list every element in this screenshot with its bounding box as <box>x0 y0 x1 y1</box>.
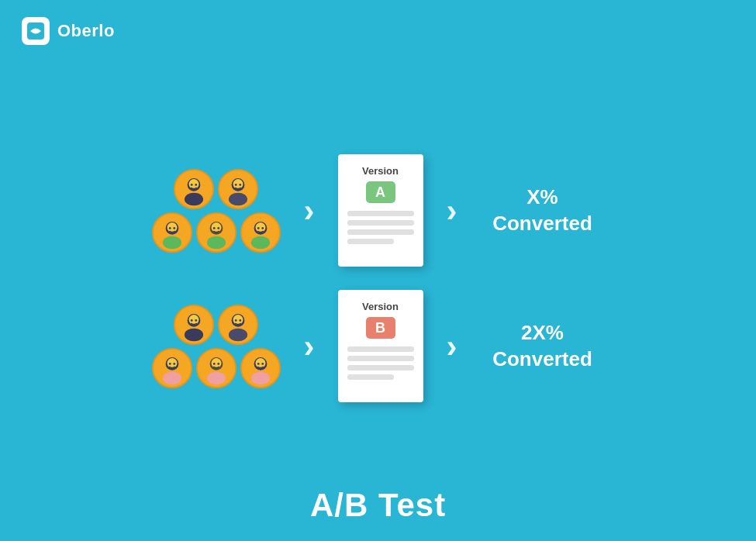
svg-point-54 <box>217 363 219 365</box>
svg-point-35 <box>191 319 193 322</box>
doc-line <box>347 211 414 216</box>
doc-line <box>347 365 414 370</box>
doc-line <box>347 346 414 352</box>
result-b-line2: Converted <box>492 347 592 370</box>
version-badge-a: A <box>366 181 395 203</box>
person-group-a <box>152 169 281 253</box>
result-a-line1: X% <box>526 185 558 208</box>
result-a-line2: Converted <box>492 212 592 235</box>
svg-point-60 <box>261 363 264 365</box>
doc-line <box>347 220 414 226</box>
doc-lines-b <box>347 346 414 380</box>
svg-point-58 <box>255 358 265 368</box>
diagram: › Version A › X% Converted <box>0 78 756 479</box>
svg-point-47 <box>168 363 171 365</box>
svg-point-5 <box>191 184 193 186</box>
row-a: › Version A › X% Converted <box>0 154 756 267</box>
avatar-b5 <box>240 348 281 388</box>
group-row-bottom-a <box>152 212 281 253</box>
result-a: X% Converted <box>481 184 605 237</box>
logo-icon <box>22 17 50 45</box>
arrow-4: › <box>447 330 457 363</box>
svg-point-4 <box>189 179 199 189</box>
avatar-b2 <box>218 305 258 345</box>
bottom-title: A/B Test <box>0 487 756 524</box>
svg-point-59 <box>257 363 259 365</box>
svg-point-23 <box>212 227 215 229</box>
avatar-3 <box>152 212 192 253</box>
svg-point-29 <box>257 227 259 229</box>
svg-point-30 <box>261 227 264 229</box>
svg-point-12 <box>239 184 241 186</box>
doc-line <box>347 229 414 235</box>
avatar-5 <box>240 212 281 253</box>
avatar-1 <box>174 169 214 209</box>
svg-point-6 <box>195 184 197 186</box>
svg-point-40 <box>233 315 243 325</box>
svg-point-15 <box>162 236 181 249</box>
logo-text: Oberlo <box>57 21 115 41</box>
svg-point-22 <box>211 222 221 233</box>
version-badge-b: B <box>366 317 395 339</box>
svg-point-16 <box>167 222 177 233</box>
avatar-b3 <box>152 348 192 388</box>
svg-point-18 <box>173 227 175 229</box>
svg-point-52 <box>211 358 221 368</box>
avatar-b1 <box>174 305 214 345</box>
group-row-top-a <box>174 169 258 209</box>
result-b-line1: 2X% <box>521 321 564 344</box>
svg-point-42 <box>239 319 241 322</box>
svg-point-51 <box>206 371 225 384</box>
svg-point-17 <box>168 227 171 229</box>
svg-point-46 <box>167 358 177 368</box>
svg-point-57 <box>250 371 269 384</box>
doc-line-short <box>347 239 394 244</box>
person-group-b <box>152 305 281 388</box>
svg-point-24 <box>217 227 219 229</box>
row-b: › Version B › 2X% Converted <box>0 290 756 402</box>
svg-point-41 <box>235 319 237 322</box>
svg-point-36 <box>195 319 197 322</box>
doc-line <box>347 356 414 361</box>
avatar-4 <box>196 212 236 253</box>
svg-point-10 <box>233 179 243 189</box>
doc-card-b: Version B <box>338 290 423 402</box>
svg-point-27 <box>250 236 269 249</box>
svg-point-3 <box>185 192 203 205</box>
avatar-b4 <box>196 348 236 388</box>
doc-card-a: Version A <box>338 154 423 267</box>
svg-point-11 <box>235 184 237 186</box>
svg-point-21 <box>206 236 225 249</box>
svg-point-39 <box>229 328 247 341</box>
doc-title-a: Version <box>362 165 399 177</box>
arrow-1: › <box>304 195 315 227</box>
svg-point-53 <box>212 363 215 365</box>
svg-point-33 <box>185 328 203 341</box>
result-b: 2X% Converted <box>481 320 605 373</box>
svg-point-48 <box>173 363 175 365</box>
svg-point-9 <box>229 192 247 205</box>
group-row-top-b <box>174 305 258 345</box>
group-row-bottom-b <box>152 348 281 388</box>
avatar-2 <box>218 169 258 209</box>
arrow-3: › <box>304 330 315 363</box>
doc-lines-a <box>347 211 414 244</box>
svg-point-28 <box>255 222 265 233</box>
arrow-2: › <box>447 195 457 227</box>
svg-point-45 <box>162 371 181 384</box>
doc-line-short <box>347 374 394 380</box>
doc-title-b: Version <box>362 301 399 312</box>
svg-point-34 <box>189 315 199 325</box>
logo-area: Oberlo <box>22 17 115 45</box>
